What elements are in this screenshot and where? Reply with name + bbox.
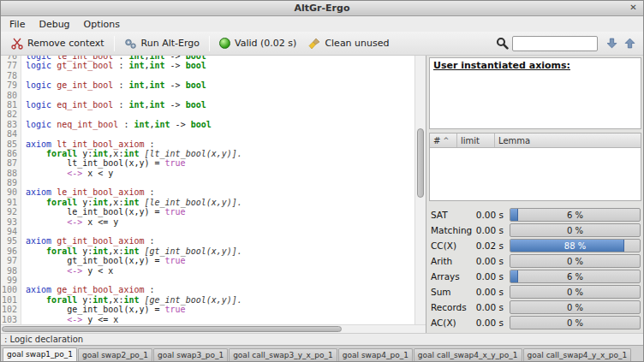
line-number: 94: [1, 227, 21, 236]
goal-tab[interactable]: goal call_swap4_y_x_po_1: [523, 348, 632, 361]
code-text: forall y:int,x:int [lt_int_bool(x,y)].: [21, 149, 242, 158]
limit-column-label: limit: [461, 136, 480, 145]
right-panel: User instantiated axioms: # ^ limit Lemm…: [426, 56, 643, 333]
goal-tab[interactable]: goal swap1_po_1: [3, 347, 77, 361]
status-bar: : Logic declaration: [1, 333, 643, 345]
menu-file[interactable]: File: [3, 18, 32, 31]
search-input[interactable]: [512, 36, 598, 51]
clean-unused-label: Clean unused: [325, 38, 389, 49]
stat-row: AC(X)0.00 s0 %: [431, 315, 641, 329]
horizontal-scrollbar[interactable]: [1, 324, 426, 333]
vertical-scrollbar[interactable]: [414, 56, 426, 324]
stat-row: Matching0.00 s0 %: [431, 223, 641, 237]
stat-row: Arith0.00 s0 %: [431, 253, 641, 268]
remove-context-label: Remove context: [27, 38, 104, 49]
code-line: 81logic eq_int_bool : int,int -> bool: [1, 100, 414, 110]
line-number: 98: [1, 266, 21, 276]
column-header-number[interactable]: # ^: [430, 134, 457, 147]
jump-up-button[interactable]: [621, 35, 639, 51]
stat-row: SAT0.00 s6 %: [431, 207, 641, 222]
clean-unused-button[interactable]: Clean unused: [302, 35, 395, 52]
line-number: 84: [1, 129, 21, 139]
goal-tab[interactable]: goal swap4_po_1: [338, 348, 413, 361]
number-column-label: #: [433, 136, 440, 145]
code-line: 97 gt_int_bool(x,y) = true: [1, 256, 414, 265]
line-number: 96: [1, 246, 21, 256]
instantiated-axioms-panel: User instantiated axioms:: [429, 57, 641, 129]
jump-down-button[interactable]: [603, 35, 621, 51]
lemma-table-header: # ^ limit Lemma: [430, 134, 641, 148]
code-line: 88 <-> x < y: [1, 169, 414, 178]
horizontal-scrollbar-thumb[interactable]: [2, 326, 342, 332]
code-text: ge_int_bool(x,y) = true: [21, 305, 186, 314]
editor-column: 76logic le_int_bool : int,int -> bool77l…: [1, 56, 426, 333]
code-line: 103 <-> y <= x: [1, 315, 414, 324]
line-number: 103: [1, 315, 21, 324]
line-number: 83: [1, 120, 21, 129]
menu-debug[interactable]: Debug: [32, 18, 76, 31]
up-arrow-icon: [624, 38, 635, 49]
goal-tab[interactable]: goal swap2_po_1: [78, 348, 152, 361]
close-button[interactable]: ✕: [627, 3, 640, 14]
goal-tab[interactable]: goal call_swap4_x_y_po_1: [414, 348, 522, 361]
code-text: <-> x < y: [21, 169, 113, 178]
stat-time: 0.00 s: [474, 256, 510, 266]
line-number: 77: [1, 61, 21, 70]
progress-bar: 0 %: [510, 316, 641, 329]
stat-row: CC(X)0.02 s88 %: [431, 238, 641, 252]
stat-row: Arrays0.00 s6 %: [431, 269, 641, 283]
code-text: logic eq_int_bool : int,int -> bool: [21, 100, 206, 110]
code-text: [21, 129, 26, 139]
line-number: 81: [1, 100, 21, 110]
toolbar: Remove context Run Alt-Ergo Valid (0.02 …: [1, 32, 643, 56]
code-line: 89: [1, 178, 414, 187]
line-number: 92: [1, 207, 21, 217]
menu-options[interactable]: Options: [77, 18, 127, 31]
code-text: le_int_bool(x,y) = true: [21, 207, 186, 217]
stats-table: SAT0.00 s6 %Matching0.00 s0 %CC(X)0.02 s…: [429, 205, 641, 329]
menu-bar: File Debug Options: [1, 16, 643, 32]
code-line: 85axiom lt_int_bool_axiom :: [1, 139, 414, 149]
line-number: 88: [1, 169, 21, 178]
main-area: 76logic le_int_bool : int,int -> bool77l…: [1, 56, 643, 333]
code-text: [21, 227, 26, 236]
stat-time: 0.00 s: [474, 225, 510, 235]
stat-time: 0.00 s: [474, 317, 510, 328]
stat-label: AC(X): [431, 317, 474, 328]
valid-status-indicator[interactable]: Valid (0.02 s): [213, 35, 302, 51]
stat-time: 0.00 s: [474, 287, 510, 297]
column-header-lemma[interactable]: Lemma: [495, 134, 641, 147]
vertical-scrollbar-thumb[interactable]: [417, 128, 424, 199]
code-line: 99: [1, 276, 414, 285]
code-text: gt_int_bool(x,y) = true: [21, 256, 186, 265]
down-arrow-icon: [606, 38, 617, 49]
lemma-table-body[interactable]: [430, 148, 641, 200]
app-window: AltGr-Ergo ✕ File Debug Options Remove c…: [0, 0, 644, 362]
code-lines: 76logic le_int_bool : int,int -> bool77l…: [1, 56, 414, 324]
code-line: 98 <-> y < x: [1, 266, 414, 276]
line-number: 90: [1, 187, 21, 197]
code-text: <-> y <= x: [21, 315, 118, 324]
code-line: 92 le_int_bool(x,y) = true: [1, 207, 414, 217]
column-header-limit[interactable]: limit: [457, 134, 495, 147]
line-number: 86: [1, 149, 21, 158]
code-line: 87 lt_int_bool(x,y) = true: [1, 158, 414, 168]
line-number: 99: [1, 276, 21, 285]
progress-bar: 6 %: [510, 208, 641, 222]
code-view[interactable]: 76logic le_int_bool : int,int -> bool77l…: [1, 56, 414, 324]
progress-bar: 0 %: [510, 300, 641, 314]
progress-label: 88 %: [510, 240, 640, 252]
remove-context-button[interactable]: Remove context: [5, 35, 110, 52]
run-alt-ergo-button[interactable]: Run Alt-Ergo: [118, 35, 206, 52]
goal-tab[interactable]: goal swap3_po_1: [153, 348, 228, 361]
code-line: 78: [1, 71, 414, 80]
search-icon: [496, 37, 509, 50]
stat-row: Records0.00 s0 %: [431, 300, 641, 314]
code-line: 101 forall y:int,x:int [ge_int_bool(x,y)…: [1, 295, 414, 305]
code-line: 94: [1, 227, 414, 236]
brush-icon: [308, 38, 320, 50]
valid-green-light-icon: [219, 38, 230, 49]
toolbar-separator: [114, 36, 115, 51]
goal-tab[interactable]: goal call_swap3_y_x_po_1: [229, 348, 337, 361]
progress-label: 0 %: [510, 255, 640, 267]
